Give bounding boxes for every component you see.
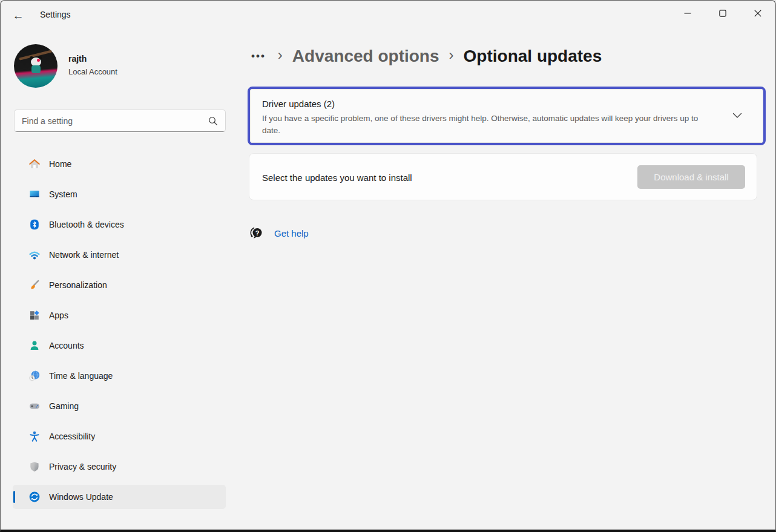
user-avatar	[14, 44, 58, 88]
sidebar-item-gaming[interactable]: Gaming	[13, 394, 226, 418]
page-title: Optional updates	[464, 47, 602, 66]
minimize-button[interactable]	[670, 1, 705, 26]
sidebar-nav: Home System Bluetooth & devices	[13, 152, 226, 515]
driver-updates-title: Driver updates (2)	[262, 99, 335, 109]
sidebar-item-time-language[interactable]: Time & language	[13, 364, 226, 388]
time-language-icon	[28, 370, 41, 382]
accounts-icon	[28, 340, 41, 352]
back-arrow-icon: ←	[13, 9, 24, 22]
sidebar-item-privacy-security[interactable]: Privacy & security	[13, 455, 226, 479]
sidebar-item-windows-update[interactable]: Windows Update	[13, 485, 226, 509]
profile-name: rajth	[68, 54, 87, 64]
svg-text:?: ?	[255, 229, 260, 237]
sidebar-item-label: System	[49, 189, 77, 199]
search-box	[14, 110, 226, 132]
gaming-icon	[28, 400, 41, 412]
sidebar-item-label: Gaming	[49, 401, 79, 411]
sidebar-item-label: Privacy & security	[49, 462, 116, 471]
get-help-icon: ?	[248, 225, 265, 241]
back-button[interactable]: ←	[7, 5, 30, 26]
sidebar-item-network-internet[interactable]: Network & internet	[13, 243, 226, 267]
sidebar-item-label: Accessibility	[49, 432, 95, 441]
titlebar: ← Settings	[1, 1, 775, 30]
windows-update-icon	[28, 491, 41, 503]
maximize-button[interactable]	[705, 1, 740, 26]
select-updates-card: Select the updates you want to install D…	[249, 153, 757, 200]
sidebar-item-label: Personalization	[49, 280, 107, 290]
breadcrumb: ••• › Advanced options › Optional update…	[249, 43, 602, 70]
sidebar-item-label: Accounts	[49, 341, 84, 350]
sidebar: rajth Local Account Home	[1, 30, 237, 530]
search-icon	[208, 116, 219, 126]
privacy-security-icon	[28, 461, 41, 473]
profile-account-type: Local Account	[68, 67, 117, 76]
accessibility-icon	[28, 430, 41, 442]
driver-updates-description: If you have a specific problem, one of t…	[262, 113, 707, 137]
window-controls	[670, 1, 775, 26]
home-icon	[28, 158, 41, 170]
sidebar-item-accessibility[interactable]: Accessibility	[13, 424, 226, 448]
personalization-icon	[28, 279, 41, 291]
sidebar-item-label: Bluetooth & devices	[49, 220, 124, 229]
driver-updates-expander[interactable]: Driver updates (2) If you have a specifi…	[250, 89, 763, 143]
select-updates-label: Select the updates you want to install	[262, 172, 412, 183]
breadcrumb-advanced-options[interactable]: Advanced options	[292, 47, 439, 66]
close-icon	[754, 10, 761, 17]
maximize-icon	[719, 10, 726, 17]
chevron-right-icon: ›	[278, 47, 283, 66]
sidebar-item-personalization[interactable]: Personalization	[13, 273, 226, 297]
sidebar-item-label: Apps	[49, 310, 68, 320]
sidebar-item-label: Time & language	[49, 371, 113, 381]
sidebar-item-label: Windows Update	[49, 492, 113, 502]
download-install-button[interactable]: Download & install	[637, 165, 745, 189]
bluetooth-icon	[28, 218, 41, 231]
close-button[interactable]	[740, 1, 775, 26]
system-icon	[28, 188, 41, 200]
sidebar-item-bluetooth-devices[interactable]: Bluetooth & devices	[13, 212, 226, 237]
minimize-icon	[684, 10, 691, 17]
driver-updates-highlight-box: Driver updates (2) If you have a specifi…	[248, 87, 766, 145]
get-help-row: ? Get help	[248, 225, 309, 241]
chevron-right-icon: ›	[449, 47, 454, 66]
main-content: ••• › Advanced options › Optional update…	[237, 30, 775, 530]
sidebar-item-home[interactable]: Home	[13, 152, 226, 176]
apps-icon	[28, 309, 41, 321]
search-input[interactable]	[15, 110, 225, 131]
sidebar-item-label: Network & internet	[49, 250, 119, 260]
sidebar-item-apps[interactable]: Apps	[13, 303, 226, 327]
window-title: Settings	[40, 10, 71, 19]
sidebar-item-system[interactable]: System	[13, 182, 226, 206]
breadcrumb-overflow-button[interactable]: •••	[249, 50, 268, 62]
network-icon	[28, 249, 41, 261]
settings-window: ← Settings rajth Local Account	[0, 0, 776, 532]
sidebar-item-accounts[interactable]: Accounts	[13, 333, 226, 358]
get-help-link[interactable]: Get help	[274, 228, 309, 238]
chevron-down-icon[interactable]	[732, 113, 742, 119]
sidebar-item-label: Home	[49, 159, 71, 169]
